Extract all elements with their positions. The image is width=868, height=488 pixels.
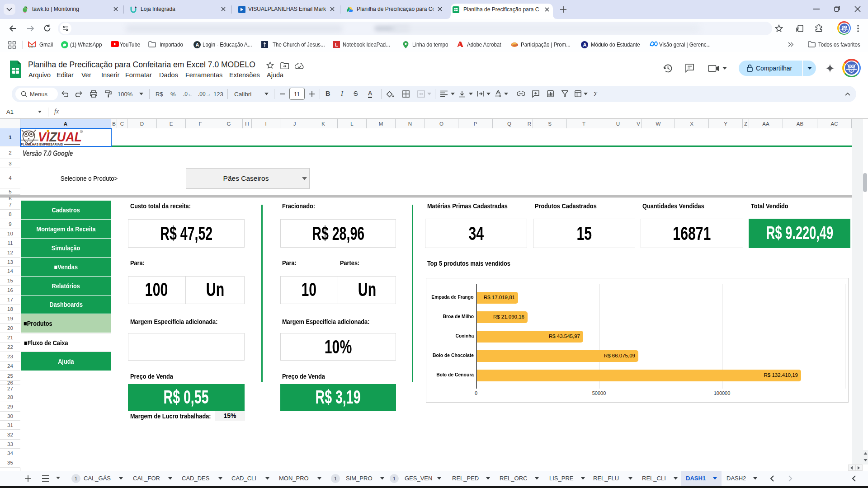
svg-text:100+: 100+: [29, 45, 35, 48]
svg-text:VISTA: VISTA: [513, 44, 518, 46]
svg-text:L: L: [335, 42, 338, 47]
svg-text:A: A: [583, 42, 587, 47]
svg-text:A: A: [196, 42, 199, 47]
